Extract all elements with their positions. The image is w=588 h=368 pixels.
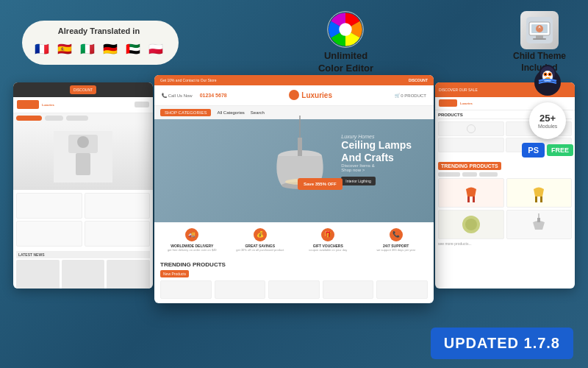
flag-fr: 🇫🇷	[32, 40, 51, 59]
vouchers-icon: 🎁	[321, 228, 334, 241]
updated-badge: UPDATED 1.7.8	[431, 328, 573, 359]
flag-pl: 🇵🇱	[146, 40, 165, 59]
child-theme-icon	[520, 11, 559, 49]
translated-badge: Already Translated in 🇫🇷 🇪🇸 🇮🇹 🇩🇪 🇦🇪 🇵🇱	[22, 21, 179, 65]
feature-vouchers: 🎁 GIFT VOUCHERS coupon available on your…	[296, 228, 360, 252]
center-trending: TRENDING PRODUCTS New Products	[154, 258, 434, 299]
svg-rect-5	[536, 35, 543, 38]
center-logo: Luxuries	[289, 90, 332, 100]
left-nav: Luxuries	[13, 97, 153, 113]
flags-row: 🇫🇷 🇪🇸 🇮🇹 🇩🇪 🇦🇪 🇵🇱	[32, 40, 165, 59]
left-product-grid	[13, 190, 153, 250]
flag-ae: 🇦🇪	[123, 40, 143, 59]
svg-rect-24	[298, 138, 302, 156]
left-header: DISCOUNT	[13, 82, 153, 97]
screen-center: Get 10% and Contact to Our Store DISCOUN…	[154, 75, 434, 303]
updated-text: UPDATED 1.7.8	[444, 335, 560, 351]
hero-subtitle: Luxury Homes	[341, 134, 412, 139]
svg-rect-26	[473, 197, 475, 202]
hero-title: Ceiling Lamps And Crafts	[341, 139, 412, 164]
svg-rect-28	[540, 197, 542, 202]
trending-label: TRENDING PRODUCTS	[160, 261, 428, 268]
svg-point-14	[545, 74, 546, 75]
screen-left: DISCOUNT Luxuries	[13, 82, 153, 289]
right-trending: TRENDING PRODUCTS	[435, 155, 575, 249]
feature-support: 📞 24/7 SUPPORT we support 365 days per y…	[365, 228, 429, 252]
svg-rect-18	[76, 153, 90, 175]
mockup-area: DISCOUNT Luxuries	[0, 82, 588, 368]
support-icon: 📞	[390, 228, 403, 241]
right-trending-grid	[438, 178, 572, 239]
color-editor-badge: Unlimited Color Editor	[318, 10, 373, 75]
svg-rect-32	[537, 218, 540, 222]
savings-icon: 💰	[254, 228, 267, 241]
left-hero-image	[13, 124, 153, 190]
flag-es: 🇪🇸	[55, 40, 74, 59]
ps-badge: PS FREE	[522, 143, 573, 158]
hero-cta-button[interactable]: Interior Ligthing	[341, 177, 375, 185]
svg-rect-27	[535, 197, 537, 202]
feature-savings: 💰 GREAT SAVINGS get 30% off on all purch…	[229, 228, 293, 252]
trending-products-row	[160, 280, 428, 299]
top-badges-row: Already Translated in 🇫🇷 🇪🇸 🇮🇹 🇩🇪 🇦🇪 🇵🇱	[0, 0, 588, 82]
svg-point-1	[340, 23, 352, 35]
svg-point-19	[77, 136, 89, 148]
main-background: Already Translated in 🇫🇷 🇪🇸 🇮🇹 🇩🇪 🇦🇪 🇵🇱	[0, 0, 588, 368]
left-news-row	[13, 260, 153, 289]
svg-point-15	[549, 74, 551, 75]
svg-rect-25	[467, 197, 470, 202]
color-editor-text: Unlimited Color Editor	[318, 50, 373, 75]
delivery-icon: 🚚	[185, 228, 198, 241]
save-badge: Save 355% OFF	[298, 178, 343, 190]
svg-rect-6	[533, 38, 546, 40]
latest-news-label: LATEST NEWS	[16, 251, 150, 258]
lamp-svg	[270, 116, 329, 211]
center-header: 📞 Call Us Now 01234 5678 Luxuries 🛒 0 PR…	[154, 85, 434, 106]
puffin-mascot	[528, 60, 567, 99]
feature-delivery: 🚚 WORLDWIDE DELIVERY get free delivery o…	[160, 228, 224, 252]
right-trending-label: TRENDING PRODUCTS	[438, 162, 501, 170]
right-side-badges: 25+ Modules PS FREE	[522, 60, 573, 158]
center-features: 🚚 WORLDWIDE DELIVERY get free delivery o…	[154, 222, 434, 258]
svg-point-30	[465, 219, 477, 230]
flag-de: 🇩🇪	[101, 40, 120, 59]
flag-it: 🇮🇹	[78, 40, 97, 59]
translated-label: Already Translated in	[58, 26, 140, 35]
hero-text: Luxury Homes Ceiling Lamps And Crafts Di…	[341, 134, 412, 186]
color-wheel-icon	[326, 10, 365, 49]
svg-point-11	[542, 71, 553, 82]
modules-badge: 25+ Modules	[529, 102, 566, 139]
center-hero: Luxury Homes Ceiling Lamps And Crafts Di…	[154, 119, 434, 222]
